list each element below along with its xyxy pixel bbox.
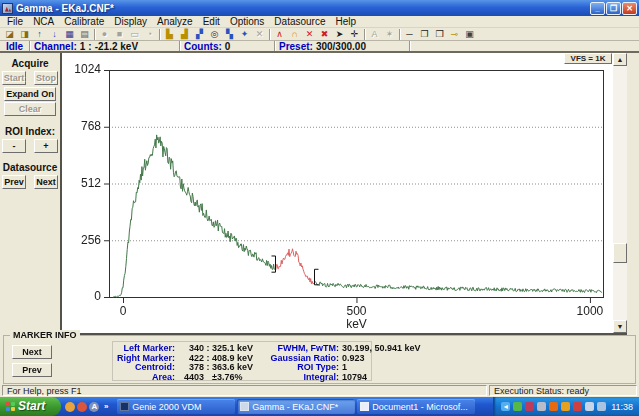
print-icon[interactable]: ▣ — [462, 28, 477, 40]
horizontal-scale-icon[interactable]: ▟ — [177, 28, 192, 40]
spectrum-plot[interactable] — [62, 53, 612, 333]
minimize-all-icon[interactable]: ─ — [402, 28, 417, 40]
tray-red-icon[interactable] — [525, 402, 534, 411]
execution-status-text: Execution Status: ready — [489, 385, 637, 396]
quicklaunch-letter-a-icon[interactable]: A — [89, 402, 99, 412]
scroll-down-icon[interactable]: ▼ — [613, 320, 627, 333]
open-datasource-icon[interactable]: ◨ — [17, 28, 32, 40]
acquire-mode-status: Idle — [0, 41, 30, 51]
menu-calibrate[interactable]: Calibrate — [59, 16, 109, 27]
strip-icon[interactable]: ✕ — [252, 28, 267, 40]
roi-delete-all-icon[interactable]: ✖ — [317, 28, 332, 40]
marker-info-panel: Left Marker:340:325.1 keV Right Marker:4… — [112, 341, 372, 381]
datasource-prev-button[interactable]: Prev — [2, 175, 26, 189]
menu-options[interactable]: Options — [225, 16, 269, 27]
scrollbar-thumb[interactable] — [613, 243, 627, 263]
datasource-next-button[interactable]: Next — [34, 175, 58, 189]
acquire-clear-icon[interactable]: ◔ — [142, 28, 157, 40]
taskbar: Start A» Genie 2000 VDMGamma - EKaJ.CNF*… — [0, 397, 639, 416]
tray-chevron-icon[interactable]: ◂ — [501, 402, 510, 411]
preferences-icon[interactable]: ✦ — [237, 28, 252, 40]
roi-plus-button[interactable]: + — [34, 139, 58, 153]
taskbar-task-gamma-ekaj-cnf[interactable]: Gamma - EKaJ.CNF* — [237, 399, 355, 414]
library-icon[interactable]: A — [367, 28, 382, 40]
menu-analyze[interactable]: Analyze — [152, 16, 198, 27]
tray-network-icon[interactable] — [597, 402, 606, 411]
zoom-icon[interactable]: ◎ — [207, 28, 222, 40]
clear-button[interactable]: Clear — [4, 102, 56, 116]
save-icon[interactable]: ▦ — [62, 28, 77, 40]
task-buttons: Genie 2000 VDMGamma - EKaJ.CNF*Document1… — [115, 399, 493, 414]
open-file-icon[interactable]: ◪ — [2, 28, 17, 40]
close-button[interactable]: ✕ — [622, 2, 637, 15]
tray-lock-icon[interactable] — [561, 402, 570, 411]
move-down-icon[interactable]: ↓ — [47, 28, 62, 40]
toolbar-separator — [269, 29, 270, 40]
tray-redblue-icon[interactable] — [573, 402, 582, 411]
move-up-icon[interactable]: ↑ — [32, 28, 47, 40]
pointer-icon[interactable]: ➤ — [332, 28, 347, 40]
menu-nca[interactable]: NCA — [28, 16, 59, 27]
title-bar: Gamma - EKaJ.CNF* _ ❐ ✕ — [0, 0, 639, 16]
cascade-windows-icon[interactable]: ❒ — [432, 28, 447, 40]
roi-delete-icon[interactable]: ✕ — [302, 28, 317, 40]
control-sidebar: Acquire Start Stop Expand On Clear ROI I… — [0, 53, 60, 335]
start-button[interactable]: Start — [2, 71, 26, 85]
menu-datasource[interactable]: Datasource — [269, 16, 330, 27]
security-key-icon[interactable]: ⊸ — [447, 28, 462, 40]
task-label: Document1 - Microsof... — [372, 402, 468, 412]
roi-mark-icon[interactable]: ∧ — [272, 28, 287, 40]
screen: { "window": { "title": "Gamma - EKaJ.CNF… — [0, 0, 639, 416]
counts-label: Counts: — [184, 41, 222, 52]
quicklaunch-browser2-icon[interactable] — [77, 402, 87, 412]
vertical-scale-icon[interactable]: ▙ — [162, 28, 177, 40]
taskbar-clock: 11:38 — [611, 402, 633, 412]
menu-edit[interactable]: Edit — [198, 16, 225, 27]
channel-value: 1 — [80, 41, 86, 52]
report-icon[interactable]: ▤ — [77, 28, 92, 40]
compare-icon[interactable]: ▞ — [192, 28, 207, 40]
acquire-group-label: Acquire — [0, 58, 60, 69]
marker-next-button[interactable]: Next — [12, 345, 52, 359]
marker-info-legend: MARKER INFO — [10, 330, 80, 340]
roi-index-label: ROI Index: — [0, 126, 60, 137]
quicklaunch-overflow-icon[interactable]: » — [101, 402, 111, 412]
menu-file[interactable]: File — [2, 16, 28, 27]
calibrate-icon[interactable]: ▚ — [222, 28, 237, 40]
minimize-button[interactable]: _ — [590, 2, 605, 15]
acquire-expand-icon[interactable]: ▭ — [127, 28, 142, 40]
tray-display-icon[interactable] — [585, 402, 594, 411]
centroid-sep: : — [204, 363, 212, 373]
scroll-up-icon[interactable]: ▲ — [613, 53, 627, 66]
marker-prev-button[interactable]: Prev — [12, 363, 52, 377]
area-label: Area: — [116, 373, 178, 383]
menu-help[interactable]: Help — [331, 16, 362, 27]
roi-minus-button[interactable]: - — [2, 139, 26, 153]
interactive-analysis-icon[interactable]: ✶ — [382, 28, 397, 40]
quicklaunch-browser1-icon[interactable] — [65, 402, 75, 412]
menu-display[interactable]: Display — [109, 16, 152, 27]
restore-button[interactable]: ❐ — [606, 2, 621, 15]
roi-peak-icon[interactable]: ∩ — [287, 28, 302, 40]
preset-label: Preset: — [279, 41, 313, 52]
main-area: Acquire Start Stop Expand On Clear ROI I… — [0, 53, 639, 335]
vfs-scale-indicator: VFS = 1K — [564, 53, 612, 64]
vertical-scale-scrollbar[interactable]: ▲ ▼ — [613, 53, 627, 333]
expand-on-button[interactable]: Expand On — [4, 87, 56, 101]
acquire-stop-icon[interactable]: ■ — [112, 28, 127, 40]
marker-info-group: MARKER INFO Next Prev Left Marker:340:32… — [3, 335, 636, 384]
taskbar-task-genie-2000-vdm[interactable]: Genie 2000 VDM — [117, 399, 235, 414]
tray-orange-icon[interactable] — [549, 402, 558, 411]
menu-bar: FileNCACalibrateDisplayAnalyzeEditOption… — [0, 16, 639, 28]
tile-windows-icon[interactable]: ❐ — [417, 28, 432, 40]
start-button-taskbar[interactable]: Start — [0, 397, 61, 416]
taskbar-task-document1-microsof[interactable]: Document1 - Microsof... — [357, 399, 475, 414]
tray-leaf-icon[interactable] — [513, 402, 522, 411]
acquire-start-icon[interactable]: ● — [97, 28, 112, 40]
stop-button[interactable]: Stop — [34, 71, 58, 85]
area-uncertainty: ±3.76% — [212, 373, 264, 383]
gamma-app-icon — [240, 402, 249, 411]
toolbar-separator — [94, 29, 95, 40]
marker-move-icon[interactable]: ✛ — [347, 28, 362, 40]
tray-gray-icon[interactable] — [537, 402, 546, 411]
